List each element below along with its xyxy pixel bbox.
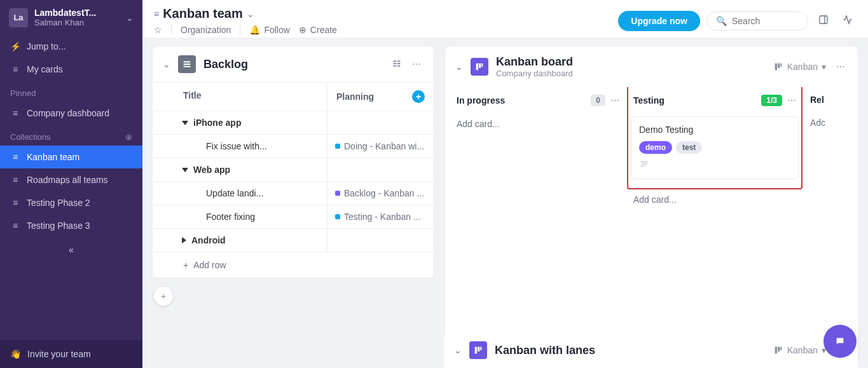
invite-team-button[interactable]: 👋 Invite your team [0,340,142,368]
collection-item-testing-phase-2[interactable]: ≡ Testing Phase 2 [0,191,142,214]
svg-rect-22 [480,347,481,350]
kanban-view-icon [471,58,488,76]
svg-rect-3 [184,64,191,65]
kanban-with-lanes-panel: ⌄ Kanban with lanes Kanban ▾ ⋯ [444,332,858,368]
add-card-button[interactable]: Adc [808,112,839,133]
star-icon[interactable]: ☆ [154,25,162,35]
table-row[interactable]: iPhone app [153,111,434,135]
col-header-title[interactable]: Title [153,83,327,111]
pinned-item-company-dashboard[interactable]: ≡ Company dashboard [0,102,142,125]
activity-icon[interactable] [839,11,857,31]
svg-rect-24 [778,347,780,351]
page-title-button[interactable]: ≡ Kanban team ⌄ [154,6,612,21]
jump-to[interactable]: ⚡ Jump to... [0,35,142,58]
svg-rect-9 [394,65,397,66]
organization-link[interactable]: Organization [181,25,231,35]
kanban-card[interactable]: Demo Testing demo test [631,116,799,179]
collapse-sidebar-button[interactable]: « [0,237,142,262]
svg-rect-7 [394,63,397,64]
my-cards[interactable]: ≡ My cards [0,58,142,81]
kanban-icon [773,345,783,355]
add-card-button[interactable]: Add card... [454,114,622,134]
topbar: ≡ Kanban team ⌄ ☆ Organization 🔔 Follow … [142,0,868,37]
search-icon: 🔍 [716,16,727,26]
view-selector[interactable]: Kanban ▾ [771,59,829,74]
panel-icon[interactable] [815,11,832,31]
bolt-icon: ⚡ [10,41,20,51]
caret-down-icon [182,168,188,172]
wave-icon: 👋 [10,349,21,359]
list-icon: ≡ [154,9,159,19]
card-title: Demo Testing [639,125,790,135]
jump-to-label: Jump to... [27,41,65,51]
upgrade-button[interactable]: Upgrade now [618,11,700,31]
pinned-section-header: Pinned [0,81,142,102]
svg-rect-0 [820,16,827,24]
collection-label: Testing Phase 2 [27,198,90,208]
backlog-title: Backlog [203,58,382,71]
list-view-icon [178,55,196,73]
col-header-planning[interactable]: Planning + [327,83,434,111]
collapse-panel-icon[interactable]: ⌄ [455,62,463,72]
kanban-column-testing: Testing 1/3 ⋯ Demo Testing demo test [631,87,799,350]
add-row-button[interactable]: + Add row [153,252,434,278]
add-column-button[interactable]: + [412,90,425,103]
caret-right-icon [182,237,186,243]
svg-rect-8 [397,63,401,64]
list-icon: ≡ [10,221,20,231]
collection-label: Roadmaps all teams [27,175,108,185]
view-selector[interactable]: Kanban ▾ [771,343,829,358]
table-row[interactable]: Footer fixing Testing - Kanban ... [153,205,434,229]
add-card-button[interactable]: Add card... [631,189,799,210]
plus-circle-icon: ⊕ [299,25,307,35]
svg-rect-25 [780,347,782,350]
table-row[interactable]: Android [153,229,434,252]
more-icon[interactable]: ⋯ [787,95,796,106]
workspace-switcher[interactable]: La LambdatestT... Salman Khan ⌄ [0,0,142,35]
svg-rect-6 [397,60,401,62]
table-row[interactable]: Update landi... Backlog - Kanban ... [153,182,434,205]
view-switch-icon[interactable] [389,56,404,73]
search-input-wrap[interactable]: 🔍 [706,11,808,31]
follow-button[interactable]: 🔔 Follow [249,25,289,35]
svg-rect-12 [479,64,481,68]
collection-item-kanban-team[interactable]: ≡ Kanban team [0,146,142,168]
svg-rect-10 [397,65,401,66]
card-tag: test [676,141,702,154]
collection-label: Kanban team [27,152,79,162]
chat-icon [835,336,845,346]
svg-rect-23 [775,347,776,354]
svg-rect-17 [641,161,648,162]
list-icon: ≡ [10,198,20,208]
table-row[interactable]: Web app [153,158,434,182]
list-icon: ≡ [10,175,20,185]
page-title: Kanban team [163,6,243,21]
collapse-panel-icon[interactable]: ⌄ [163,59,170,69]
svg-rect-19 [641,166,645,167]
column-count: 1/3 [761,95,782,106]
chat-support-button[interactable] [823,325,857,358]
column-title[interactable]: Rel [810,95,837,105]
table-row[interactable]: Fix issue with... Doing - Kanban wi... [153,135,434,158]
column-count: 0 [591,95,605,106]
more-icon[interactable]: ⋯ [834,59,848,74]
column-title[interactable]: In progress [457,95,586,106]
svg-rect-13 [481,64,483,67]
kanban-column-partial: Rel Adc [808,87,839,350]
search-input[interactable] [732,16,799,26]
collapse-panel-icon[interactable]: ⌄ [454,345,462,355]
svg-rect-2 [184,61,191,62]
create-button[interactable]: ⊕ Create [299,25,337,35]
add-collection-icon[interactable]: ⊕ [125,132,132,142]
chevron-down-icon: ▾ [822,62,826,72]
kanban-board-panel: ⌄ Kanban board Company dashboard Kanban … [445,46,858,359]
kanban-column-in-progress: In progress 0 ⋯ Add card... [454,87,622,350]
main: ≡ Kanban team ⌄ ☆ Organization 🔔 Follow … [142,0,868,368]
more-icon[interactable]: ⋯ [410,57,424,72]
collection-item-testing-phase-3[interactable]: ≡ Testing Phase 3 [0,214,142,237]
collection-item-roadmaps[interactable]: ≡ Roadmaps all teams [0,168,142,191]
add-panel-button[interactable]: + [154,287,173,306]
column-title[interactable]: Testing [633,95,756,106]
pinned-item-label: Company dashboard [27,108,109,118]
more-icon[interactable]: ⋯ [610,95,619,106]
